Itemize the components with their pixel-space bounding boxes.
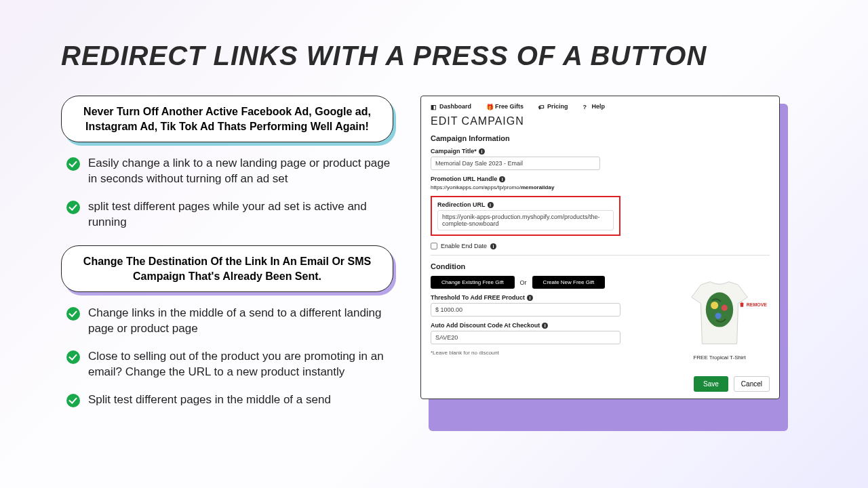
- check-icon: [66, 394, 80, 407]
- product-caption: FREE Tropical T-Shirt: [672, 354, 767, 361]
- top-nav: ◧Dashboard 🎁Free Gifts 🏷Pricing ?Help: [431, 103, 770, 110]
- create-gift-button[interactable]: Create New Free Gift: [532, 276, 606, 289]
- divider: [431, 255, 770, 256]
- bullets-group-a: Easily change a link to a new landing pa…: [66, 156, 393, 230]
- redirection-input[interactable]: https://yonik-apps-production.myshopify.…: [437, 210, 614, 230]
- callout-ads: Never Turn Off Another Active Facebook A…: [61, 96, 393, 142]
- info-icon: i: [527, 295, 533, 301]
- svg-point-3: [715, 313, 722, 319]
- bullet-text: split test different pages while your ad…: [88, 199, 393, 230]
- dashboard-icon: ◧: [431, 104, 437, 110]
- or-text: Or: [520, 279, 527, 286]
- check-icon: [66, 157, 80, 171]
- change-gift-button[interactable]: Change Existing Free Gift: [431, 276, 515, 289]
- info-icon: i: [479, 148, 485, 155]
- tshirt-image: [682, 274, 757, 352]
- enable-end-date-label: Enable End Date: [441, 243, 487, 249]
- svg-point-2: [722, 305, 728, 311]
- save-button[interactable]: Save: [694, 376, 728, 392]
- info-icon: i: [490, 243, 496, 249]
- app-screenshot-panel: ◧Dashboard 🎁Free Gifts 🏷Pricing ?Help ED…: [420, 96, 780, 399]
- bullets-group-b: Change links in the middle of a send to …: [66, 306, 393, 408]
- bullet-text: Easily change a link to a new landing pa…: [88, 156, 393, 187]
- check-icon: [66, 350, 80, 364]
- discount-input[interactable]: SAVE20: [431, 331, 620, 344]
- nav-help[interactable]: ?Help: [583, 103, 606, 110]
- product-preview: REMOVE FREE Tropical T-Shi: [672, 274, 767, 361]
- panel-title: EDIT CAMPAIGN: [431, 115, 770, 127]
- bullet-text: Close to selling out of the product you …: [88, 349, 393, 380]
- bullet-text: Split test different pages in the middle…: [88, 392, 331, 408]
- enable-end-date-row[interactable]: Enable End Date i: [431, 243, 770, 249]
- nav-dashboard[interactable]: ◧Dashboard: [431, 103, 471, 110]
- check-icon: [66, 307, 80, 321]
- svg-point-1: [711, 302, 718, 309]
- info-icon: i: [488, 202, 494, 208]
- gift-icon: 🎁: [486, 104, 492, 110]
- help-icon: ?: [583, 104, 589, 110]
- pricing-icon: 🏷: [538, 104, 545, 110]
- page-headline: REDIRECT LINKS WITH A PRESS OF A BUTTON: [61, 41, 807, 71]
- bullet-text: Change links in the middle of a send to …: [88, 306, 393, 337]
- redirection-highlight: Redirection URLi https://yonik-apps-prod…: [431, 196, 620, 236]
- section-campaign-info: Campaign Information: [431, 134, 770, 142]
- section-condition: Condition: [431, 262, 770, 270]
- campaign-title-input[interactable]: Memorial Day Sale 2023 - Email: [431, 157, 600, 170]
- left-column: Never Turn Off Another Active Facebook A…: [61, 96, 393, 423]
- threshold-input[interactable]: $ 1000.00: [431, 303, 620, 317]
- info-icon: i: [499, 176, 505, 182]
- callout-email: Change The Destination Of the Link In An…: [61, 245, 393, 292]
- info-icon: i: [542, 323, 548, 329]
- campaign-title-label: Campaign Title*i: [431, 148, 770, 155]
- promo-handle-label: Promotion URL Handlei: [431, 176, 770, 182]
- promo-handle-url: https://yonikapps.com/apps/tp/promo/memo…: [431, 184, 770, 190]
- cancel-button[interactable]: Cancel: [734, 376, 770, 392]
- redirection-label: Redirection URLi: [437, 201, 614, 208]
- checkbox-icon[interactable]: [431, 243, 437, 249]
- nav-free-gifts[interactable]: 🎁Free Gifts: [486, 103, 524, 110]
- check-icon: [66, 201, 80, 214]
- nav-pricing[interactable]: 🏷Pricing: [538, 103, 568, 110]
